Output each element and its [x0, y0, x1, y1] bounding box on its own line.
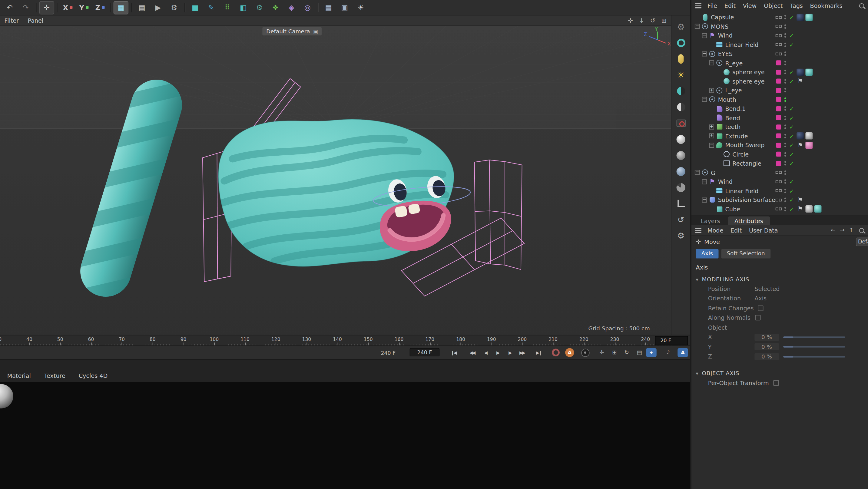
enabled-check-icon[interactable]	[788, 32, 795, 39]
visibility-dots[interactable]	[784, 70, 786, 74]
texture-thumbnail[interactable]	[797, 68, 804, 76]
timeline-ruler[interactable]: 20 F 30405060708090100110120130140150160…	[0, 335, 690, 346]
next-frame-button[interactable]: ▶	[504, 348, 516, 358]
checkbox-retain-changes[interactable]	[758, 305, 764, 311]
enabled-check-icon[interactable]	[788, 178, 795, 185]
visibility-dots[interactable]	[784, 161, 786, 166]
visibility-dots[interactable]	[784, 134, 786, 138]
visibility-dots[interactable]	[784, 125, 786, 129]
collapse-icon[interactable]	[702, 197, 707, 202]
collapse-icon[interactable]	[695, 24, 700, 29]
tag-flag-icon[interactable]	[797, 196, 804, 203]
viewport-display-button[interactable]: ▣	[337, 1, 352, 14]
camera-label[interactable]: Default Camera	[262, 27, 322, 35]
teal-half-sphere-icon[interactable]	[674, 83, 688, 99]
object-row-g[interactable]: G	[691, 168, 868, 177]
texture-thumbnail[interactable]	[805, 205, 813, 213]
enabled-check-icon[interactable]	[788, 133, 795, 139]
layer-chip-icon[interactable]	[775, 199, 782, 201]
blue-sphere-icon[interactable]	[674, 163, 688, 179]
selection-tag[interactable]	[776, 142, 781, 148]
object-row-linear-field[interactable]: Linear Field	[691, 40, 868, 50]
sound-button[interactable]: ♪	[663, 348, 673, 357]
add-cube-button[interactable]: ■	[188, 1, 203, 14]
render-picture-viewer-button[interactable]: ▶	[151, 1, 165, 14]
selection-tag[interactable]	[776, 152, 781, 157]
rotate-view-icon[interactable]: ↺	[650, 18, 655, 24]
param-slider-x[interactable]	[783, 336, 845, 338]
tag-flag-icon[interactable]	[797, 77, 804, 85]
spline-pen-button[interactable]: ✎	[204, 1, 219, 14]
selection-tag[interactable]	[776, 88, 781, 93]
enabled-check-icon[interactable]	[788, 115, 795, 121]
simulation-button[interactable]: ◧	[236, 1, 251, 14]
texture-thumbnail[interactable]	[797, 13, 804, 21]
default-preset-button[interactable]: Defau	[856, 237, 868, 246]
selection-tag[interactable]	[776, 116, 781, 120]
enabled-check-icon[interactable]	[788, 151, 795, 158]
param-slider-z[interactable]	[783, 356, 845, 357]
hamburger-menu-icon[interactable]	[695, 3, 702, 8]
checkbox-per-object-transform[interactable]	[773, 380, 779, 386]
enabled-check-icon[interactable]	[788, 188, 795, 194]
texture-thumbnail[interactable]	[805, 141, 813, 149]
visibility-dots[interactable]	[784, 33, 786, 38]
param-dropdown-position[interactable]: Selected	[754, 286, 780, 292]
yellow-capsule-icon[interactable]	[674, 51, 688, 67]
enabled-check-icon[interactable]	[788, 69, 795, 75]
deformer-button[interactable]: ◈	[284, 1, 299, 14]
visibility-dots[interactable]	[784, 61, 786, 65]
play-button[interactable]: ▶	[492, 348, 504, 358]
tag-flag-icon[interactable]	[797, 141, 804, 149]
om-menu-view[interactable]: View	[743, 2, 757, 9]
object-row-eyes[interactable]: EYES	[691, 50, 868, 59]
gear-icon[interactable]	[674, 19, 688, 35]
white-sphere-icon[interactable]	[674, 131, 688, 147]
layer-chip-icon[interactable]	[775, 25, 782, 28]
param-field-x[interactable]: 0 %	[754, 334, 779, 341]
undo-icon[interactable]: ↶	[2, 1, 17, 14]
key-scale-icon[interactable]: ⊞	[609, 348, 619, 357]
object-row-bend[interactable]: Bend	[691, 113, 868, 122]
visibility-dots[interactable]	[784, 170, 786, 175]
end-frame-field[interactable]: 240 F	[410, 348, 440, 356]
render-view-button[interactable]: ▤	[134, 1, 149, 14]
light-button[interactable]: ☀	[353, 1, 368, 14]
object-row-bend-1[interactable]: Bend.1	[691, 104, 868, 113]
object-row-linear-field[interactable]: Linear Field	[691, 186, 868, 195]
visibility-dots[interactable]	[784, 79, 786, 84]
visibility-dots[interactable]	[784, 88, 786, 93]
attr-menu-edit[interactable]: Edit	[731, 227, 742, 233]
object-row-l-eye[interactable]: L_eye	[691, 86, 868, 95]
visibility-dots[interactable]	[784, 152, 786, 157]
visibility-dots[interactable]	[784, 116, 786, 120]
layer-chip-icon[interactable]	[775, 34, 782, 37]
key-rotation-icon[interactable]: ↻	[622, 348, 632, 357]
gray-sphere-icon[interactable]	[674, 147, 688, 163]
expand-icon[interactable]	[709, 133, 714, 138]
selection-tag[interactable]	[776, 61, 781, 65]
om-menu-file[interactable]: File	[708, 2, 717, 9]
visibility-dots[interactable]	[784, 15, 786, 20]
layer-chip-icon[interactable]	[775, 171, 782, 174]
om-menu-edit[interactable]: Edit	[724, 2, 736, 9]
tag-flag-icon[interactable]	[797, 205, 804, 213]
selection-tag[interactable]	[776, 125, 781, 129]
filter-menu[interactable]: Filter	[4, 17, 19, 24]
redo-icon[interactable]: ↷	[18, 1, 33, 14]
enabled-check-icon[interactable]	[788, 41, 795, 48]
forward-arrow-icon[interactable]: →	[840, 227, 844, 233]
generator-gear-button[interactable]: ⚙	[252, 1, 267, 14]
visibility-dots[interactable]	[784, 180, 786, 184]
workplane-grid-button[interactable]: ▦	[321, 1, 336, 14]
param-dropdown-orientation[interactable]: Axis	[754, 295, 767, 302]
object-row-sphere-eye[interactable]: sphere eye	[691, 76, 868, 86]
current-frame-box[interactable]: 20 F	[655, 336, 688, 345]
object-row-r-eye[interactable]: R_eye	[691, 59, 868, 67]
layer-chip-icon[interactable]	[775, 53, 782, 55]
enabled-check-icon[interactable]	[788, 160, 795, 167]
object-axis-header[interactable]: OBJECT AXIS	[691, 368, 868, 378]
dolly-view-icon[interactable]: ↓	[639, 18, 644, 24]
cloner-button[interactable]: ⠿	[220, 1, 235, 14]
prev-key-button[interactable]: ◀◀	[466, 348, 478, 358]
